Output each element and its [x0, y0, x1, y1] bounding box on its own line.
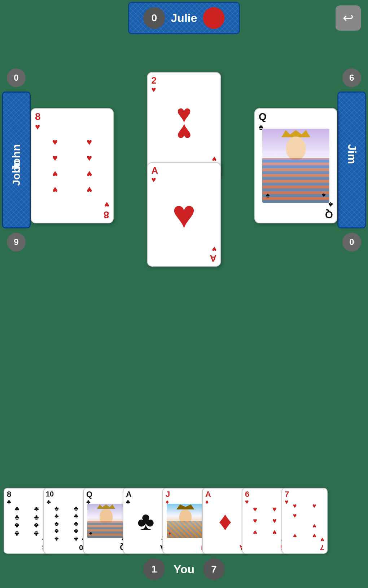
card-8-hearts[interactable]: 8 ♥ ♥ ♥ ♥ ♥ ♥ ♥ ♥ ♥ 8 ♥ [31, 108, 114, 223]
john-score-bottom: 9 [7, 233, 26, 251]
hand-card-10-clubs[interactable]: 10 ♣ ♣♣ ♣♣ ♣♣ ♣♣ ♣♣ 10 ♣ [43, 488, 89, 554]
john-score-top: 0 [7, 68, 26, 87]
hand-card-queen-clubs[interactable]: Q ♣ ♣ Q ♣ [83, 488, 129, 554]
you-score-right: 7 [203, 558, 225, 580]
julie-score-right: 31 [203, 7, 224, 29]
hand-card-8-clubs[interactable]: 8 ♣ ♣♣ ♣♣ ♣♣ ♣♣ 8 ♣ [4, 488, 50, 554]
jim-name-label: Jim [336, 144, 368, 164]
undo-icon: ↩ [343, 10, 354, 26]
hand-card-7-hearts[interactable]: 7 ♥ ♥♥ ♥ ♥ ♥♥ 7 ♥ [281, 488, 328, 554]
top-score-area: 0 Julie 31 [144, 7, 225, 29]
card-2-hearts[interactable]: 2 ♥ ♥ 2 ♥ ♥ [147, 72, 221, 177]
card-ace-hearts[interactable]: A ♥ ♥ A ♥ [147, 162, 221, 267]
hand-card-ace-diamonds[interactable]: A ♦ ♦ A ♦ [202, 488, 248, 554]
undo-button[interactable]: ↩ [336, 5, 361, 31]
hand-card-jack-diamonds[interactable]: J ♦ ♦ J ♦ [162, 488, 209, 554]
jim-score-top: 6 [342, 68, 361, 87]
john-name-label: John [0, 144, 32, 172]
card-queen-spades[interactable]: Q ♠ ♠ ♠ Q ♠ [254, 108, 337, 223]
bottom-score-area: 1 You 7 [0, 558, 368, 580]
hand-card-ace-clubs[interactable]: A ♣ ♣ A ♣ [123, 488, 169, 554]
you-name: You [174, 563, 194, 576]
hand-card-6-hearts[interactable]: 6 ♥ ♥♥ ♥♥ ♥♥ 6 ♥ [242, 488, 288, 554]
you-score-left: 1 [143, 558, 165, 580]
julie-score-left: 0 [144, 7, 165, 29]
jim-score-bottom: 0 [342, 233, 361, 251]
julie-name: Julie [171, 12, 197, 25]
